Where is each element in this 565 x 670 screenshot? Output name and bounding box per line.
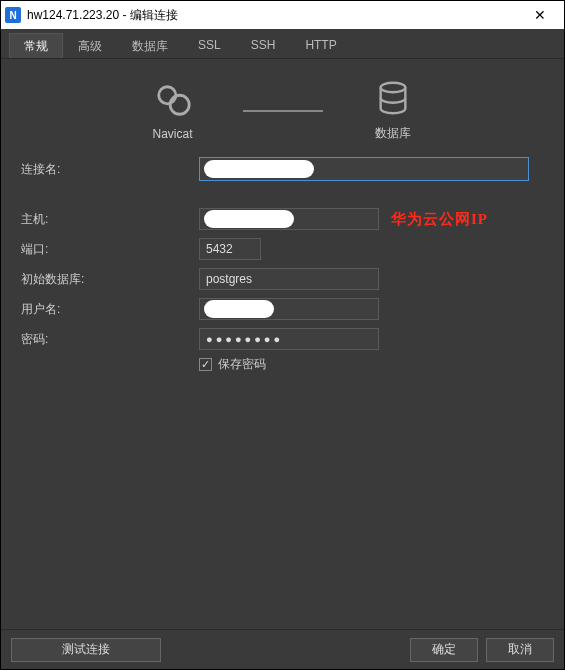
user-redaction (204, 300, 274, 318)
tab-http[interactable]: HTTP (290, 33, 351, 58)
save-pwd-label: 保存密码 (218, 356, 266, 373)
pwd-mask: ●●●●●●●● (206, 333, 283, 345)
ok-label: 确定 (432, 641, 456, 658)
connection-diagram: Navicat 数据库 (19, 79, 546, 142)
content-pane: Navicat 数据库 连接名: (1, 59, 564, 629)
footer: 测试连接 确定 取消 (1, 629, 564, 669)
edit-connection-window: N hw124.71.223.20 - 编辑连接 ✕ 常规 高级 数据库 SSL… (0, 0, 565, 670)
close-button[interactable]: ✕ (520, 1, 560, 29)
tab-ssl[interactable]: SSL (183, 33, 236, 58)
pwd-label: 密码: (19, 331, 199, 348)
close-icon: ✕ (534, 7, 546, 23)
database-icon (374, 79, 412, 117)
host-label: 主机: (19, 211, 199, 228)
user-input[interactable] (199, 298, 379, 320)
conn-name-redaction (204, 160, 314, 178)
host-annotation: 华为云公网IP (391, 210, 488, 229)
conn-name-input[interactable] (199, 157, 529, 181)
initdb-input[interactable] (199, 268, 379, 290)
host-redaction (204, 210, 294, 228)
tab-general[interactable]: 常规 (9, 33, 63, 58)
port-label: 端口: (19, 241, 199, 258)
navicat-label: Navicat (152, 127, 192, 141)
cancel-button[interactable]: 取消 (486, 638, 554, 662)
tab-ssl-label: SSL (198, 38, 221, 52)
cancel-label: 取消 (508, 641, 532, 658)
tab-general-label: 常规 (24, 39, 48, 53)
navicat-icon (154, 81, 192, 119)
ok-button[interactable]: 确定 (410, 638, 478, 662)
svg-point-2 (380, 83, 405, 93)
tab-database-label: 数据库 (132, 39, 168, 53)
initdb-label: 初始数据库: (19, 271, 199, 288)
save-pwd-checkbox[interactable]: ✓ 保存密码 (199, 356, 546, 373)
database-label: 数据库 (375, 125, 411, 142)
test-connection-label: 测试连接 (62, 641, 110, 658)
svg-point-1 (170, 95, 189, 114)
tab-advanced-label: 高级 (78, 39, 102, 53)
check-icon: ✓ (199, 358, 212, 371)
tab-advanced[interactable]: 高级 (63, 33, 117, 58)
svg-point-0 (158, 86, 175, 103)
form: 连接名: 主机: 华为云公网IP 端口: (19, 156, 546, 373)
tab-bar: 常规 高级 数据库 SSL SSH HTTP (1, 29, 564, 59)
connector-line-icon (243, 110, 323, 112)
tab-ssh[interactable]: SSH (236, 33, 291, 58)
app-icon: N (5, 7, 21, 23)
host-input[interactable] (199, 208, 379, 230)
tab-http-label: HTTP (305, 38, 336, 52)
conn-name-label: 连接名: (19, 161, 199, 178)
user-label: 用户名: (19, 301, 199, 318)
titlebar: N hw124.71.223.20 - 编辑连接 ✕ (1, 1, 564, 29)
port-input[interactable] (199, 238, 261, 260)
tab-database[interactable]: 数据库 (117, 33, 183, 58)
window-title: hw124.71.223.20 - 编辑连接 (27, 7, 520, 24)
test-connection-button[interactable]: 测试连接 (11, 638, 161, 662)
pwd-input[interactable]: ●●●●●●●● (199, 328, 379, 350)
tab-ssh-label: SSH (251, 38, 276, 52)
